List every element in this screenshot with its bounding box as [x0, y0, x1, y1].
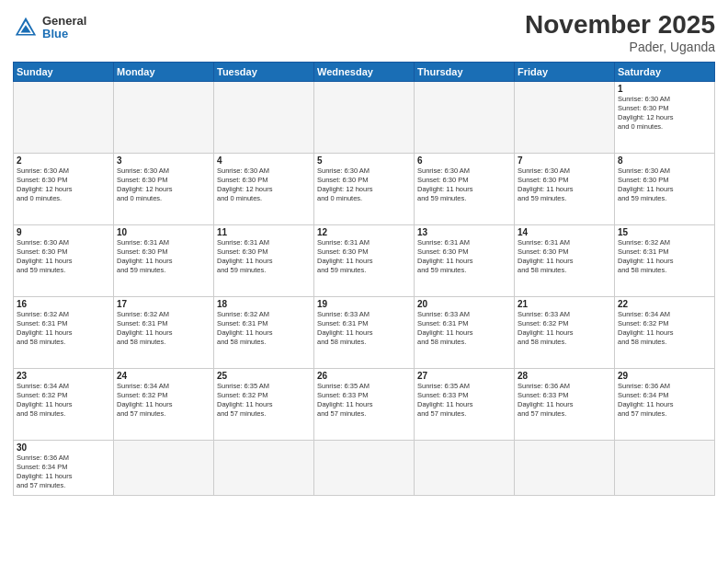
day-number: 19: [317, 299, 411, 309]
day-info: Sunrise: 6:32 AM Sunset: 6:31 PM Dayligh…: [618, 238, 711, 276]
day-info: Sunrise: 6:34 AM Sunset: 6:32 PM Dayligh…: [117, 382, 210, 419]
day-number: 12: [317, 227, 411, 237]
day-info: Sunrise: 6:33 AM Sunset: 6:31 PM Dayligh…: [317, 310, 411, 348]
calendar-cell: 20Sunrise: 6:33 AM Sunset: 6:31 PM Dayli…: [415, 296, 515, 368]
day-number: 25: [217, 371, 311, 381]
day-info: Sunrise: 6:30 AM Sunset: 6:30 PM Dayligh…: [217, 167, 311, 204]
day-number: 13: [417, 227, 511, 237]
day-number: 3: [117, 155, 210, 166]
calendar-cell: 3Sunrise: 6:30 AM Sunset: 6:30 PM Daylig…: [114, 153, 214, 224]
day-number: 9: [17, 227, 110, 237]
day-info: Sunrise: 6:36 AM Sunset: 6:34 PM Dayligh…: [17, 454, 110, 491]
calendar-cell: 27Sunrise: 6:35 AM Sunset: 6:33 PM Dayli…: [415, 368, 515, 440]
day-number: 5: [317, 155, 411, 166]
day-number: 28: [518, 371, 611, 381]
calendar-cell: 19Sunrise: 6:33 AM Sunset: 6:31 PM Dayli…: [314, 296, 415, 368]
calendar-cell: 4Sunrise: 6:30 AM Sunset: 6:30 PM Daylig…: [214, 153, 314, 224]
page: General Blue November 2025 Pader, Uganda…: [0, 0, 728, 563]
day-info: Sunrise: 6:30 AM Sunset: 6:30 PM Dayligh…: [618, 167, 711, 204]
calendar-cell: 5Sunrise: 6:30 AM Sunset: 6:30 PM Daylig…: [314, 153, 415, 224]
day-number: 22: [618, 299, 711, 309]
calendar-cell: 16Sunrise: 6:32 AM Sunset: 6:31 PM Dayli…: [14, 296, 114, 368]
day-info: Sunrise: 6:32 AM Sunset: 6:31 PM Dayligh…: [17, 310, 110, 348]
calendar-cell: 25Sunrise: 6:35 AM Sunset: 6:32 PM Dayli…: [214, 368, 314, 440]
calendar-cell: 30Sunrise: 6:36 AM Sunset: 6:34 PM Dayli…: [14, 440, 114, 495]
day-number: 8: [618, 155, 711, 166]
day-info: Sunrise: 6:30 AM Sunset: 6:30 PM Dayligh…: [417, 167, 511, 204]
day-info: Sunrise: 6:31 AM Sunset: 6:30 PM Dayligh…: [518, 238, 611, 276]
calendar-header-friday: Friday: [515, 62, 615, 81]
calendar-cell: 26Sunrise: 6:35 AM Sunset: 6:33 PM Dayli…: [314, 368, 415, 440]
day-number: 27: [417, 371, 511, 381]
calendar-header-row: SundayMondayTuesdayWednesdayThursdayFrid…: [14, 62, 715, 81]
calendar-cell: 28Sunrise: 6:36 AM Sunset: 6:33 PM Dayli…: [515, 368, 615, 440]
logo-svg: [13, 15, 39, 40]
calendar-cell: [415, 81, 515, 153]
day-info: Sunrise: 6:30 AM Sunset: 6:30 PM Dayligh…: [17, 167, 110, 204]
calendar-header-tuesday: Tuesday: [214, 62, 314, 81]
calendar-header-thursday: Thursday: [415, 62, 515, 81]
calendar-table: SundayMondayTuesdayWednesdayThursdayFrid…: [13, 62, 715, 496]
calendar-week-row: 1Sunrise: 6:30 AM Sunset: 6:30 PM Daylig…: [14, 81, 715, 153]
day-info: Sunrise: 6:36 AM Sunset: 6:34 PM Dayligh…: [618, 382, 711, 419]
calendar-week-row: 30Sunrise: 6:36 AM Sunset: 6:34 PM Dayli…: [14, 440, 715, 495]
calendar-cell: 17Sunrise: 6:32 AM Sunset: 6:31 PM Dayli…: [114, 296, 214, 368]
calendar-cell: 13Sunrise: 6:31 AM Sunset: 6:30 PM Dayli…: [415, 224, 515, 296]
calendar-header-saturday: Saturday: [615, 62, 715, 81]
calendar-cell: 12Sunrise: 6:31 AM Sunset: 6:30 PM Dayli…: [314, 224, 415, 296]
calendar-week-row: 16Sunrise: 6:32 AM Sunset: 6:31 PM Dayli…: [14, 296, 715, 368]
day-number: 24: [117, 371, 210, 381]
day-info: Sunrise: 6:31 AM Sunset: 6:30 PM Dayligh…: [417, 238, 511, 276]
calendar-cell: [314, 81, 415, 153]
day-number: 23: [17, 371, 110, 381]
day-number: 2: [17, 155, 110, 166]
calendar-cell: [515, 81, 615, 153]
calendar-week-row: 9Sunrise: 6:30 AM Sunset: 6:30 PM Daylig…: [14, 224, 715, 296]
calendar-cell: 24Sunrise: 6:34 AM Sunset: 6:32 PM Dayli…: [114, 368, 214, 440]
calendar-week-row: 2Sunrise: 6:30 AM Sunset: 6:30 PM Daylig…: [14, 153, 715, 224]
day-info: Sunrise: 6:32 AM Sunset: 6:31 PM Dayligh…: [217, 310, 311, 348]
day-info: Sunrise: 6:31 AM Sunset: 6:30 PM Dayligh…: [217, 238, 311, 276]
calendar-header-wednesday: Wednesday: [314, 62, 415, 81]
day-info: Sunrise: 6:31 AM Sunset: 6:30 PM Dayligh…: [317, 238, 411, 276]
logo-text: General Blue: [42, 15, 86, 41]
calendar-cell: [314, 440, 415, 495]
calendar-cell: [515, 440, 615, 495]
month-title: November 2025: [525, 11, 715, 40]
calendar-cell: 21Sunrise: 6:33 AM Sunset: 6:32 PM Dayli…: [515, 296, 615, 368]
day-info: Sunrise: 6:31 AM Sunset: 6:30 PM Dayligh…: [117, 238, 210, 276]
calendar-cell: [214, 81, 314, 153]
day-number: 16: [17, 299, 110, 309]
calendar-cell: 1Sunrise: 6:30 AM Sunset: 6:30 PM Daylig…: [615, 81, 715, 153]
day-info: Sunrise: 6:35 AM Sunset: 6:33 PM Dayligh…: [317, 382, 411, 419]
day-info: Sunrise: 6:33 AM Sunset: 6:31 PM Dayligh…: [417, 310, 511, 348]
day-number: 10: [117, 227, 210, 237]
calendar-cell: 8Sunrise: 6:30 AM Sunset: 6:30 PM Daylig…: [615, 153, 715, 224]
day-info: Sunrise: 6:30 AM Sunset: 6:30 PM Dayligh…: [618, 95, 711, 132]
day-info: Sunrise: 6:30 AM Sunset: 6:30 PM Dayligh…: [17, 238, 110, 276]
title-block: November 2025 Pader, Uganda: [525, 11, 715, 54]
day-info: Sunrise: 6:35 AM Sunset: 6:32 PM Dayligh…: [217, 382, 311, 419]
calendar-cell: [114, 440, 214, 495]
calendar-cell: 11Sunrise: 6:31 AM Sunset: 6:30 PM Dayli…: [214, 224, 314, 296]
day-info: Sunrise: 6:30 AM Sunset: 6:30 PM Dayligh…: [117, 167, 210, 204]
header: General Blue November 2025 Pader, Uganda: [13, 11, 715, 54]
calendar-cell: 14Sunrise: 6:31 AM Sunset: 6:30 PM Dayli…: [515, 224, 615, 296]
logo: General Blue: [13, 15, 86, 41]
calendar-cell: 6Sunrise: 6:30 AM Sunset: 6:30 PM Daylig…: [415, 153, 515, 224]
day-info: Sunrise: 6:34 AM Sunset: 6:32 PM Dayligh…: [17, 382, 110, 419]
day-number: 11: [217, 227, 311, 237]
calendar-week-row: 23Sunrise: 6:34 AM Sunset: 6:32 PM Dayli…: [14, 368, 715, 440]
logo-blue-text: Blue: [42, 28, 86, 40]
calendar-cell: 18Sunrise: 6:32 AM Sunset: 6:31 PM Dayli…: [214, 296, 314, 368]
day-info: Sunrise: 6:30 AM Sunset: 6:30 PM Dayligh…: [518, 167, 611, 204]
calendar-cell: 9Sunrise: 6:30 AM Sunset: 6:30 PM Daylig…: [14, 224, 114, 296]
calendar-cell: 29Sunrise: 6:36 AM Sunset: 6:34 PM Dayli…: [615, 368, 715, 440]
day-number: 26: [317, 371, 411, 381]
calendar-cell: 15Sunrise: 6:32 AM Sunset: 6:31 PM Dayli…: [615, 224, 715, 296]
day-number: 29: [618, 371, 711, 381]
calendar-cell: 23Sunrise: 6:34 AM Sunset: 6:32 PM Dayli…: [14, 368, 114, 440]
day-info: Sunrise: 6:36 AM Sunset: 6:33 PM Dayligh…: [518, 382, 611, 419]
day-info: Sunrise: 6:32 AM Sunset: 6:31 PM Dayligh…: [117, 310, 210, 348]
calendar-cell: [14, 81, 114, 153]
